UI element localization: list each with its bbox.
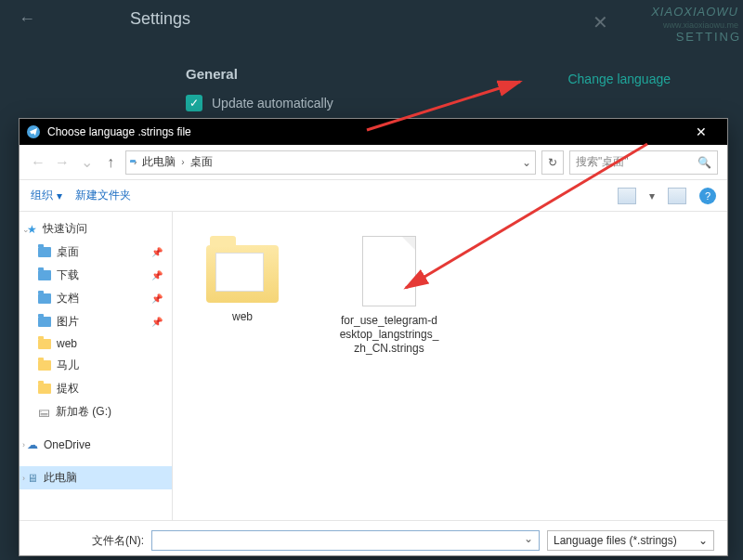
- sidebar-item-downloads[interactable]: 下载📌: [20, 264, 172, 287]
- chevron-right-icon: ›: [181, 157, 184, 167]
- svg-line-0: [367, 82, 520, 130]
- drive-icon: 🖴: [38, 405, 50, 419]
- filename-input[interactable]: [151, 530, 540, 551]
- nav-up-icon[interactable]: ↑: [101, 154, 120, 171]
- nav-dropdown-icon[interactable]: ⌄: [77, 153, 96, 171]
- pin-icon: 📌: [151, 317, 163, 327]
- folder-icon: [38, 339, 51, 349]
- pin-icon: 📌: [151, 247, 163, 257]
- folder-icon: [38, 317, 51, 327]
- chevron-right-icon: ›: [22, 440, 25, 449]
- sidebar-item-horse[interactable]: 马儿: [20, 354, 172, 377]
- checkbox-icon[interactable]: ✓: [186, 95, 202, 111]
- chevron-right-icon: ›: [22, 474, 25, 483]
- annotation-arrow-2: [392, 139, 661, 306]
- back-arrow-icon[interactable]: ←: [19, 9, 46, 29]
- path-seg-desktop[interactable]: 桌面: [189, 154, 215, 170]
- sidebar-item-priv[interactable]: 提权: [20, 377, 172, 400]
- file-item-folder[interactable]: web: [191, 227, 293, 324]
- file-item-label: web: [232, 310, 253, 324]
- sidebar-item-documents[interactable]: 文档📌: [20, 287, 172, 310]
- preview-pane-button[interactable]: [668, 188, 686, 204]
- filename-label: 文件名(N):: [33, 533, 144, 549]
- path-seg-thispc[interactable]: 此电脑: [140, 154, 177, 170]
- sidebar-thispc[interactable]: ›🖥此电脑: [20, 466, 172, 489]
- folder-icon: [38, 360, 51, 371]
- sidebar-item-pictures[interactable]: 图片📌: [20, 310, 172, 333]
- chevron-down-icon: ⌄: [22, 225, 30, 234]
- chevron-down-icon: ⌄: [698, 534, 708, 547]
- sidebar-item-web[interactable]: web: [20, 333, 172, 354]
- folder-icon: [38, 247, 51, 257]
- chevron-right-icon: ›: [134, 157, 137, 167]
- organize-menu[interactable]: 组织 ▾: [31, 188, 62, 203]
- watermark-text: XIAOXIAOWU: [651, 5, 738, 19]
- chevron-down-icon: ▾: [57, 189, 62, 202]
- file-item-label: for_use_telegram-desktop_langstrings_zh_…: [338, 314, 440, 356]
- new-folder-button[interactable]: 新建文件夹: [75, 188, 131, 203]
- nav-back-icon[interactable]: ←: [29, 154, 47, 171]
- sidebar-item-drive-g[interactable]: 🖴新加卷 (G:): [20, 400, 172, 423]
- sidebar-nav: ⌄ ★ 快速访问 桌面📌 下载📌 文档📌 图片📌 web 马儿 提权 🖴新加卷 …: [20, 212, 173, 520]
- folder-icon: [38, 293, 51, 304]
- pin-icon: 📌: [151, 293, 163, 304]
- folder-icon: [38, 384, 51, 394]
- help-icon[interactable]: ?: [699, 188, 716, 204]
- dialog-close-icon[interactable]: ✕: [683, 124, 720, 139]
- change-language-link[interactable]: Change language: [567, 72, 671, 86]
- settings-title: Settings: [130, 9, 190, 29]
- search-icon: 🔍: [697, 156, 711, 169]
- sidebar-quick-access[interactable]: ⌄ ★ 快速访问: [20, 217, 172, 241]
- pin-icon: 📌: [151, 270, 163, 280]
- pc-icon: 🖥: [27, 472, 38, 485]
- watermark-url: www.xiaoxiaowu.me: [663, 20, 738, 30]
- dialog-footer: 文件名(N): Language files (*.strings)⌄ 打开(O…: [20, 520, 727, 560]
- annotation-arrow-1: [358, 74, 543, 139]
- close-icon[interactable]: ✕: [593, 11, 608, 33]
- folder-large-icon: [206, 245, 279, 303]
- svg-line-1: [406, 144, 647, 288]
- nav-forward-icon: →: [53, 154, 72, 171]
- telegram-icon: [27, 125, 40, 138]
- folder-icon: [38, 270, 51, 280]
- settings-edge-text: SETTING: [676, 30, 741, 44]
- sidebar-onedrive[interactable]: ›☁OneDrive: [20, 435, 172, 455]
- sidebar-item-desktop[interactable]: 桌面📌: [20, 241, 172, 264]
- update-auto-label: Update automatically: [212, 96, 333, 111]
- filetype-combo[interactable]: Language files (*.strings)⌄: [547, 530, 714, 551]
- cloud-icon: ☁: [27, 438, 38, 451]
